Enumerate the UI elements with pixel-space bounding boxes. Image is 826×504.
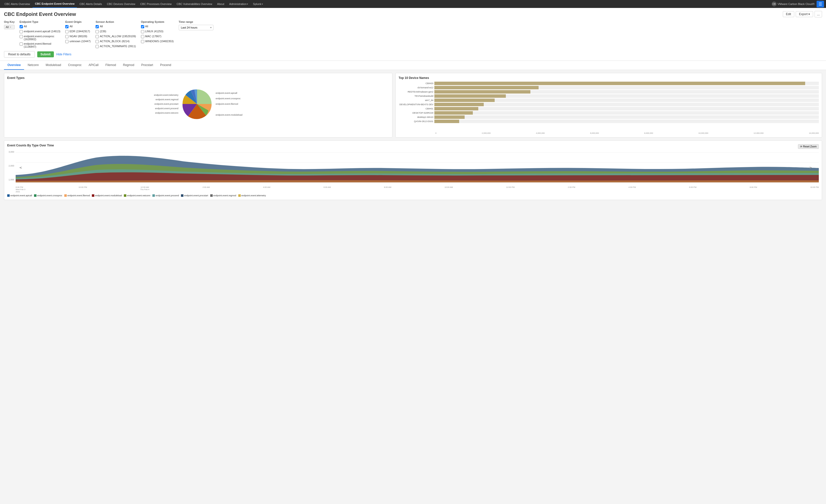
os-mac[interactable]: MAC (17867): [141, 35, 174, 38]
reset-zoom-button[interactable]: ⟳ Reset Zoom: [798, 144, 819, 149]
nav-administration[interactable]: Administration ▾: [227, 0, 251, 8]
chart-right-arrow: ›: [809, 165, 812, 170]
org-key-tag: All ×: [4, 25, 15, 29]
bar-fill-2: [434, 90, 530, 93]
endpoint-type-crossproc[interactable]: endpoint.event.crossproc(1628902): [19, 35, 60, 41]
axis-label-4: 8,000,000: [644, 132, 653, 134]
tab-apicall[interactable]: APICall: [85, 61, 102, 70]
bar-label-4: win7_64: [399, 99, 433, 102]
tab-regmod[interactable]: Regmod: [120, 61, 138, 70]
sensor-action-239[interactable]: (239): [96, 30, 136, 33]
axis-label-6: 12,000,000: [754, 132, 763, 134]
time-range-select-wrapper: Last 24 hours Last 15 minutes Last 60 mi…: [179, 25, 214, 30]
pie-labels-left: endpoint.event.telemetry endpoint.event.…: [154, 94, 178, 114]
event-origin-all[interactable]: All: [65, 25, 91, 28]
filter-actions: Reset to defaults Submit Hide Filters: [4, 51, 822, 58]
legend-dot-4: [124, 194, 126, 197]
bar-track-7: [434, 111, 819, 115]
area-chart-area: ‹ › 8:00 PMWed Feb 32021 10:00 PM 12:00 …: [16, 150, 819, 193]
reset-to-defaults-button[interactable]: Reset to defaults: [4, 51, 35, 58]
tab-crossproc[interactable]: Crossproc: [64, 61, 85, 70]
legend-label-3: endpoint.event.moduleload: [95, 194, 122, 197]
sensor-action-all[interactable]: All: [96, 25, 136, 28]
brand-logo-icon: CB: [772, 1, 777, 6]
bar-track-8: [434, 115, 819, 119]
bar-fill-7: [434, 111, 473, 115]
legend-item-0: endpoint.event.apicall: [7, 194, 32, 197]
reset-zoom-label: Reset Zoom: [803, 145, 817, 148]
endpoint-type-filemod[interactable]: endpoint.event.filemod(1136847): [19, 42, 60, 48]
os-all[interactable]: All: [141, 25, 174, 28]
legend-label-5: endpoint.event.procend: [156, 194, 179, 197]
tab-procend[interactable]: Procend: [157, 61, 175, 70]
legend-item-7: endpoint.event.regmod: [210, 194, 236, 197]
bar-fill-3: [434, 94, 506, 98]
legend-item-1: endpoint.event.crossproc: [34, 194, 62, 197]
page-title: CBC Endpoint Event Overview: [4, 11, 76, 17]
bar-label-2: REDTEAM/malware-gen2: [399, 90, 433, 93]
hamburger-menu-button[interactable]: ☰: [817, 1, 824, 7]
bar-label-5: DEVELOPMENT/VM-BEATS DEV: [399, 103, 433, 106]
tab-procstart[interactable]: Procstart: [138, 61, 157, 70]
nav-cbc-endpoint-event-overview[interactable]: CBC Endpoint Event Overview: [33, 0, 77, 8]
org-key-label: Org Key: [4, 20, 15, 23]
event-types-panel: Event Types endpoint.event.telemetry end…: [4, 73, 393, 137]
splunk-dropdown-arrow: ▾: [262, 3, 263, 5]
legend-item-2: endpoint.event.filemod: [64, 194, 90, 197]
endpoint-type-all[interactable]: All: [19, 25, 60, 28]
axis-label-7: 14,000,000: [809, 132, 819, 134]
bar-track-0: [434, 82, 819, 85]
bar-fill-0: [434, 82, 805, 85]
edit-button[interactable]: Edit: [783, 11, 794, 17]
tabs-list: Overview Netconn Moduleload Crossproc AP…: [4, 61, 822, 70]
export-dropdown-arrow: ▾: [808, 12, 810, 16]
event-origin-ngav[interactable]: NGAV (88109): [65, 35, 91, 38]
org-key-remove[interactable]: ×: [10, 26, 11, 28]
os-linux[interactable]: LINUX (41253): [141, 30, 174, 33]
top-navigation: CBC Alerts Overview CBC Endpoint Event O…: [0, 0, 826, 8]
sensor-action-filter: Sensor Action All (239) ACTION_ALLOW (19…: [96, 20, 136, 49]
nav-about[interactable]: About: [215, 0, 227, 8]
nav-cbc-devices-overview[interactable]: CBC Devices Overview: [105, 0, 138, 8]
bar-track-3: [434, 94, 819, 98]
legend-item-3: endpoint.event.moduleload: [92, 194, 122, 197]
pie-label-regmod: endpoint.event.regmod: [154, 98, 178, 101]
nav-splunk[interactable]: Splunk ▾: [250, 0, 265, 8]
brand-logo-area: CB VMware Carbon Black Cloud®: [770, 1, 817, 6]
hide-filters-link[interactable]: Hide Filters: [56, 53, 71, 56]
legend-dot-8: [238, 194, 241, 197]
tab-overview[interactable]: Overview: [4, 61, 24, 70]
tab-moduleload[interactable]: Moduleload: [42, 61, 64, 70]
more-options-button[interactable]: ...: [815, 11, 822, 17]
bar-row-8: desktop1-Win10: [399, 115, 819, 119]
time-range-select[interactable]: Last 24 hours Last 15 minutes Last 60 mi…: [179, 25, 214, 30]
header-actions: Edit Export ▾ ...: [783, 11, 822, 17]
os-windows[interactable]: WINDOWS (19482353): [141, 40, 174, 43]
page-filters-section: CBC Endpoint Event Overview Edit Export …: [0, 8, 826, 61]
pie-label-netconn: endpoint.event.netconn: [154, 112, 178, 114]
export-button[interactable]: Export ▾: [796, 11, 813, 17]
org-key-filter: Org Key All ×: [4, 20, 15, 49]
nav-cbc-vulnerabilities-overview[interactable]: CBC Vulnerabilities Overview: [174, 0, 215, 8]
event-origin-unknown[interactable]: unknown (10447): [65, 40, 91, 43]
endpoint-type-apicall[interactable]: endpoint.event.apicall (14613): [19, 30, 60, 33]
main-content: Event Types endpoint.event.telemetry end…: [0, 70, 826, 205]
event-origin-edr[interactable]: EDR (19442917): [65, 30, 91, 33]
sensor-action-allow[interactable]: ACTION_ALLOW (19529109): [96, 35, 136, 38]
sensor-action-terminate[interactable]: ACTION_TERMINATE (3911): [96, 45, 136, 48]
nav-cbc-alerts-details[interactable]: CBC Alerts Details: [77, 0, 104, 8]
legend-dot-6: [181, 194, 183, 197]
operating-system-filter: Operating System All LINUX (41253) MAC (…: [141, 20, 174, 49]
bar-track-1: [434, 86, 819, 89]
bar-row-1: cb-komand-w12: [399, 86, 819, 89]
tab-netconn[interactable]: Netconn: [24, 61, 42, 70]
pie-label-filemod: endpoint.event.filemod: [216, 103, 242, 105]
nav-cbc-processes-overview[interactable]: CBC Processes Overview: [138, 0, 174, 8]
admin-dropdown-arrow: ▾: [247, 3, 248, 5]
sensor-action-block[interactable]: ACTION_BLOCK (8214): [96, 40, 136, 43]
nav-cbc-alerts-overview[interactable]: CBC Alerts Overview: [2, 0, 33, 8]
bar-track-6: [434, 107, 819, 111]
submit-button[interactable]: Submit: [37, 51, 54, 57]
pie-label-apicall: endpoint.event.apicall: [216, 92, 242, 94]
tab-filemod[interactable]: Filemod: [102, 61, 120, 70]
